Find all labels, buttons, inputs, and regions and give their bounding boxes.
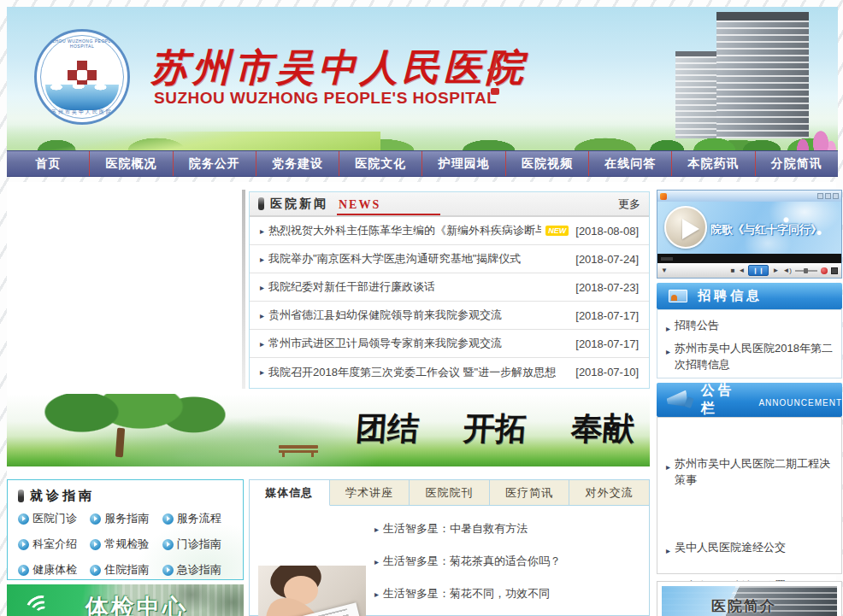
nav-item-home[interactable]: 首页 <box>7 151 89 176</box>
nav-item-branch-info[interactable]: 分院简讯 <box>755 151 838 176</box>
section-bullet-icon <box>258 197 264 210</box>
guide-item-inpatient-guide[interactable]: 住院指南 <box>90 562 162 578</box>
signature-mark <box>486 54 508 97</box>
recruit-item[interactable]: ▸ 苏州市吴中人民医院2018年第二次招聘信息 <box>666 340 834 373</box>
news-row[interactable]: ▸ 贵州省德江县妇幼保健院领导前来我院参观交流 [2018-07-17] <box>250 302 649 330</box>
record-icon[interactable] <box>821 267 828 274</box>
stop-icon[interactable]: ■ <box>731 267 735 274</box>
guide-item-departments[interactable]: 科室介绍 <box>18 537 90 552</box>
checkup-center-banner[interactable]: 体检中心 <box>7 584 244 616</box>
news-row[interactable]: ▸ 常州市武进区卫计局领导专家前来我院参观交流 [2018-07-17] <box>250 330 649 358</box>
arrow-bullet-icon: ▸ <box>374 525 379 534</box>
tab-media-info[interactable]: 媒体信息 <box>250 480 330 506</box>
news-date: [2018-07-17] <box>569 337 639 350</box>
announcement-section-header: 公告栏 ANNOUNCEMENT <box>657 383 842 417</box>
next-icon[interactable]: ► <box>772 267 779 274</box>
nav-item-online-qa[interactable]: 在线问答 <box>588 151 671 176</box>
guide-item-service-flow[interactable]: 服务流程 <box>162 511 234 526</box>
nav-item-public-affairs[interactable]: 院务公开 <box>173 151 256 176</box>
pink-flowers <box>785 116 836 150</box>
news-date: [2018-07-17] <box>569 309 639 322</box>
recruit-icon <box>669 290 687 302</box>
player-logo-icon <box>660 193 667 200</box>
recruit-item[interactable]: ▸ 招聘公告 <box>666 317 834 337</box>
news-title: 医院新闻 <box>270 197 328 212</box>
news-row[interactable]: ▸ 热烈祝贺大外科主任陈革华主编的《新编外科疾病诊断与治 NEW [2018-0… <box>250 217 649 245</box>
bird-logo-icon <box>26 593 55 616</box>
news-row[interactable]: ▸ 我院纪委对新任干部进行廉政谈话 [2018-07-23] <box>250 273 649 302</box>
circle-arrow-icon <box>18 565 29 576</box>
guide-grid: 医院门诊 服务指南 服务流程 科室介绍 常规检验 门诊指南 健康体检 住院指南 … <box>18 511 234 578</box>
speaker-icon[interactable]: ◄) <box>782 267 792 274</box>
nav-item-videos[interactable]: 医院视频 <box>505 151 588 176</box>
announcement-subtitle: ANNOUNCEMENT <box>758 398 842 408</box>
news-date: [2018-08-08] <box>569 225 639 238</box>
article-link[interactable]: ▸生活智多星：菊花不同，功效不同 <box>374 578 644 610</box>
guide-item-routine-tests[interactable]: 常规检验 <box>90 537 162 552</box>
guide-item-emergency-guide[interactable]: 急诊指南 <box>162 562 234 578</box>
arrow-bullet-icon: ▸ <box>260 255 264 264</box>
recruit-section-header: 招聘信息 <box>657 283 842 309</box>
news-list: ▸ 热烈祝贺大外科主任陈革华主编的《新编外科疾病诊断与治 NEW [2018-0… <box>250 217 649 386</box>
news-header: 医院新闻 NEWS 更多 <box>250 192 649 217</box>
main-navigation: 首页 医院概况 院务公开 党务建设 医院文化 护理园地 医院视频 在线问答 本院… <box>7 150 838 177</box>
tab-academic-lectures[interactable]: 学术讲座 <box>330 480 410 505</box>
arrow-bullet-icon: ▸ <box>260 283 264 292</box>
announcement-item[interactable]: ▸ 苏州市吴中人民医院二期工程决策事 <box>666 418 834 488</box>
news-date: [2018-07-23] <box>569 281 639 294</box>
news-more-link[interactable]: 更多 <box>618 197 640 212</box>
hospital-logo[interactable]: SUZHOU WUZHONG PEOPLE'S HOSPITAL 苏州市吴中人民… <box>34 29 130 125</box>
tab-hospital-journal[interactable]: 医院院刊 <box>410 480 490 505</box>
article-link[interactable]: ▸生活智多星：菊花茶真的适合你吗？ <box>374 545 644 578</box>
news-subtitle: NEWS <box>337 193 440 215</box>
guide-item-outpatient[interactable]: 医院门诊 <box>18 511 90 526</box>
nav-item-culture[interactable]: 医院文化 <box>339 151 422 176</box>
tree-trunk-graphic <box>115 428 125 458</box>
play-button[interactable] <box>664 206 707 249</box>
guide-item-outpatient-guide[interactable]: 门诊指南 <box>162 537 234 552</box>
maximize-icon[interactable] <box>825 193 831 199</box>
arrow-bullet-icon: ▸ <box>374 557 379 566</box>
nav-item-nursing[interactable]: 护理园地 <box>422 151 504 176</box>
announcement-panel: ▸ 苏州市吴中人民医院二期工程决策事 ▸ 吴中人民医院途经公交 ▸ 吴中人民医院… <box>657 417 842 574</box>
tab-medical-briefs[interactable]: 医疗简讯 <box>490 480 570 505</box>
volume-slider[interactable] <box>795 270 817 272</box>
previous-icon[interactable]: ◄ <box>739 267 746 274</box>
hospital-intro-panel[interactable]: 医院简介 <box>657 581 842 616</box>
nav-item-pharmacy-news[interactable]: 本院药讯 <box>671 151 754 176</box>
arrow-bullet-icon: ▸ <box>666 320 670 337</box>
circle-arrow-icon <box>162 565 174 576</box>
article-link[interactable]: ▸生活智多星：中暑自救有方法 <box>374 513 644 545</box>
fullscreen-icon[interactable] <box>831 267 838 274</box>
arrow-bullet-icon: ▸ <box>260 339 264 349</box>
tab-external-exchange[interactable]: 对外交流 <box>569 480 649 505</box>
news-row[interactable]: ▸ 我院举办"南京医科大学医患沟通研究基地"揭牌仪式 [2018-07-24] <box>250 245 649 273</box>
player-infobar <box>657 254 841 263</box>
arrow-bullet-icon: ▸ <box>666 543 670 559</box>
recruit-panel: ▸ 招聘公告 ▸ 苏州市吴中人民医院2018年第二次招聘信息 <box>657 309 842 378</box>
bench-graphic <box>279 445 318 457</box>
slogan-text: 团结 开拓 奉献 <box>356 408 634 450</box>
article-link[interactable]: ▸生活智多星：常见旅游病要注意 <box>374 610 644 616</box>
song-caption: 院歌《与红十字同行》 <box>710 222 822 238</box>
nav-item-overview[interactable]: 医院概况 <box>89 151 172 176</box>
guide-item-service-guide[interactable]: 服务指南 <box>90 511 162 526</box>
arrow-bullet-icon: ▸ <box>666 343 670 360</box>
intro-title: 医院简介 <box>711 596 776 616</box>
logo-cn-text: 苏州市吴中人民医院 <box>37 109 127 116</box>
megaphone-icon <box>667 390 693 410</box>
minimize-icon[interactable] <box>817 193 823 199</box>
circle-arrow-icon <box>90 539 101 550</box>
tree-graphic <box>32 394 229 437</box>
announcement-item[interactable]: ▸ 吴中人民医院途经公交 <box>666 491 834 559</box>
guide-item-health-checkup[interactable]: 健康体检 <box>18 562 90 578</box>
nav-item-party-building[interactable]: 党务建设 <box>256 151 339 176</box>
guide-header: 就诊指南 <box>18 488 234 504</box>
window-buttons <box>817 193 839 199</box>
playlist-dropdown-icon[interactable]: ▼ <box>661 267 668 274</box>
close-icon[interactable] <box>833 193 839 199</box>
news-row[interactable]: ▸ 我院召开2018年度第三次党委工作会议 暨"进一步解放思想 [2018-07… <box>250 358 649 386</box>
pause-button[interactable]: ❙❙ <box>748 265 769 276</box>
recruit-title: 招聘信息 <box>698 288 763 304</box>
video-player-widget: 院歌《与红十字同行》 ▼ ■ ◄ ❙❙ ► ◄) <box>657 190 842 279</box>
